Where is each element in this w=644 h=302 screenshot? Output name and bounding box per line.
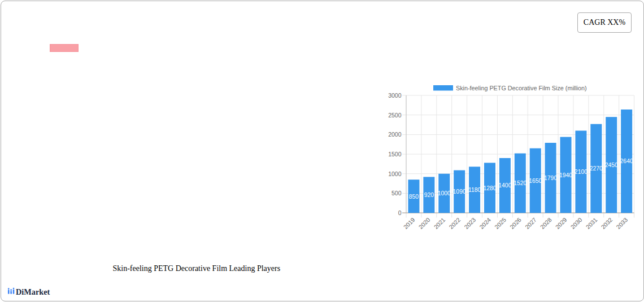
svg-text:2450: 2450 [605, 162, 618, 168]
svg-text:1280: 1280 [483, 185, 496, 191]
svg-text:2023: 2023 [463, 216, 477, 230]
svg-text:1940: 1940 [559, 172, 572, 178]
svg-text:2640: 2640 [620, 158, 633, 164]
svg-text:2030: 2030 [569, 216, 584, 230]
svg-text:1000: 1000 [438, 190, 451, 196]
svg-text:2019: 2019 [402, 216, 416, 230]
svg-text:2026: 2026 [508, 216, 523, 230]
svg-text:1090: 1090 [453, 189, 466, 195]
svg-text:2100: 2100 [575, 169, 588, 175]
svg-text:1180: 1180 [468, 187, 481, 193]
svg-text:Skin-feeling PETG Decorative F: Skin-feeling PETG Decorative Film Size (… [456, 85, 587, 91]
svg-text:1000: 1000 [388, 170, 402, 177]
svg-text:2033: 2033 [615, 216, 629, 230]
svg-text:2027: 2027 [524, 216, 538, 230]
svg-text:2270: 2270 [590, 165, 603, 172]
svg-text:2500: 2500 [388, 112, 402, 119]
svg-text:850: 850 [409, 194, 419, 200]
svg-text:2031: 2031 [584, 216, 598, 230]
svg-text:500: 500 [391, 190, 402, 196]
svg-text:2028: 2028 [539, 216, 553, 230]
svg-text:2025: 2025 [493, 216, 507, 230]
svg-text:2032: 2032 [599, 216, 613, 230]
svg-text:2029: 2029 [554, 216, 568, 230]
svg-text:1520: 1520 [514, 180, 526, 186]
svg-text:3000: 3000 [388, 92, 402, 99]
svg-text:1650: 1650 [529, 178, 542, 184]
svg-text:2020: 2020 [417, 216, 431, 230]
svg-text:2024: 2024 [478, 216, 492, 230]
svg-text:1500: 1500 [388, 151, 402, 157]
svg-text:2021: 2021 [432, 216, 446, 230]
svg-text:1400: 1400 [498, 182, 511, 189]
svg-text:0: 0 [398, 209, 402, 216]
svg-text:2000: 2000 [388, 131, 402, 138]
svg-text:1790: 1790 [544, 175, 557, 181]
svg-text:2022: 2022 [447, 216, 462, 230]
svg-text:920: 920 [424, 192, 434, 198]
